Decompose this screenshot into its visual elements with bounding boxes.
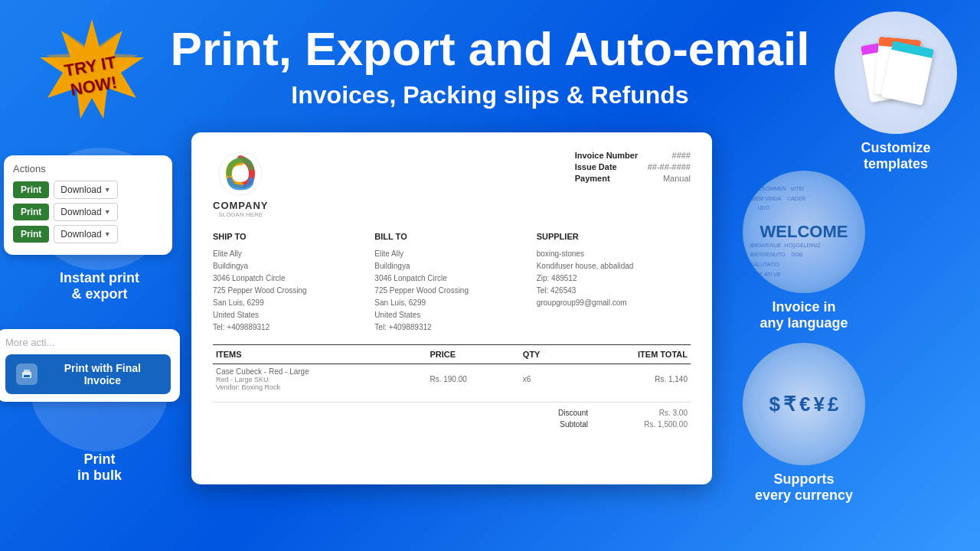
company-logo-area: COMPANY SLOGAN HERE — [213, 151, 268, 218]
every-currency-feature: $ ₹ € ¥ £ Supports every currency — [720, 343, 888, 504]
download-btn-2[interactable]: Download ▼ — [54, 203, 117, 221]
more-actions-title: More acti... — [5, 337, 171, 348]
print-final-btn[interactable]: Print with Final Invoice — [5, 354, 171, 394]
printer-icon — [21, 368, 33, 380]
action-row-2: Print Download ▼ — [13, 203, 163, 221]
download-arrow-2: ▼ — [104, 208, 111, 216]
sub-title: Invoices, Packing slips & Refunds — [15, 81, 965, 109]
instant-print-area: Actions Print Download ▼ Print Download … — [15, 132, 184, 270]
table-row: Case Cubeck - Red - Large Red - Large SK… — [213, 364, 691, 394]
company-name: COMPANY — [213, 200, 268, 211]
welcome-circle: VÄLKOMMEN VITEI BEM VINDA CADER UDO BIEN… — [743, 171, 865, 293]
welcome-text: WELCOME — [760, 222, 848, 242]
any-language-feature: VÄLKOMMEN VITEI BEM VINDA CADER UDO BIEN… — [720, 171, 888, 331]
company-logo — [217, 151, 263, 197]
every-currency-label: Supports every currency — [755, 471, 853, 504]
invoice-container: COMPANY SLOGAN HERE Invoice Number #### … — [191, 132, 712, 484]
more-actions-panel: More acti... Print with Final Invoice — [0, 329, 180, 402]
actions-panel: Actions Print Download ▼ Print Download … — [4, 155, 172, 255]
action-row-3: Print Download ▼ — [13, 225, 163, 243]
download-arrow-1: ▼ — [104, 186, 111, 194]
actions-title: Actions — [13, 163, 163, 174]
print-btn-2[interactable]: Print — [13, 204, 49, 220]
invoice-number-row: Invoice Number #### — [575, 151, 691, 160]
invoice-meta: Invoice Number #### Issue Date ##-##-###… — [575, 151, 691, 185]
svg-rect-3 — [24, 370, 30, 373]
bottom-content: Actions Print Download ▼ Print Download … — [0, 132, 980, 504]
subtotal-row: Subtotal Rs. 1,500.00 — [213, 419, 691, 430]
customize-label: Customize templates — [861, 140, 930, 172]
left-features: Actions Print Download ▼ Print Download … — [15, 132, 184, 484]
download-arrow-3: ▼ — [104, 230, 111, 238]
download-btn-1[interactable]: Download ▼ — [54, 181, 117, 199]
supplier-column: SUPPLIER boxing-stones Kondifuser house,… — [537, 230, 691, 334]
table-header-row: ITEMS PRICE QTY ITEM TOTAL — [213, 344, 691, 364]
print-bulk-feature: More acti... Print with Final Invoice — [15, 314, 184, 484]
right-features: VÄLKOMMEN VITEI BEM VINDA CADER UDO BIEN… — [720, 132, 888, 504]
print-final-icon — [16, 364, 38, 385]
company-slogan: SLOGAN HERE — [218, 211, 263, 218]
instant-print-label: Instant print & export — [60, 270, 139, 302]
hero-section: Print, Export and Auto-email Invoices, P… — [0, 0, 980, 125]
action-row-1: Print Download ▼ — [13, 181, 163, 199]
totals-section: Discount Rs. 3.00 Subtotal Rs. 1,500.00 — [213, 402, 691, 430]
bill-to-column: BILL TO Elite Ally Buildingya 3046 Lonpa… — [374, 230, 528, 334]
issue-date-row: Issue Date ##-##-#### — [575, 162, 691, 171]
invoice-table: ITEMS PRICE QTY ITEM TOTAL Case Cubeck -… — [213, 344, 691, 394]
main-title: Print, Export and Auto-email — [15, 23, 965, 75]
any-language-label: Invoice in any language — [760, 299, 848, 331]
currency-circle: $ ₹ € ¥ £ — [743, 343, 865, 465]
invoice-header: COMPANY SLOGAN HERE Invoice Number #### … — [213, 151, 691, 218]
print-btn-1[interactable]: Print — [13, 181, 49, 198]
instant-print-feature: Actions Print Download ▼ Print Download … — [15, 132, 184, 302]
payment-row: Payment Manual — [575, 174, 691, 183]
print-bulk-area: More acti... Print with Final Invoice — [15, 314, 184, 452]
ship-to-column: SHIP TO Elite Ally Buildingya 3046 Lonpa… — [213, 230, 367, 334]
download-btn-3[interactable]: Download ▼ — [54, 225, 117, 243]
discount-row: Discount Rs. 3.00 — [213, 407, 691, 419]
print-btn-3[interactable]: Print — [13, 226, 49, 243]
svg-rect-4 — [24, 375, 30, 377]
print-bulk-label: Print in bulk — [77, 452, 122, 484]
address-section: SHIP TO Elite Ally Buildingya 3046 Lonpa… — [213, 230, 691, 334]
